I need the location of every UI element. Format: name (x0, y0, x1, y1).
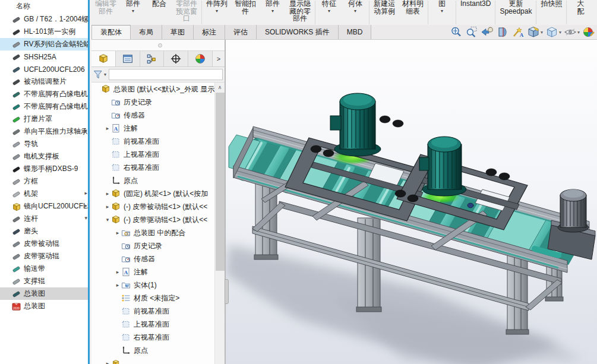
file-list-item[interactable]: SHSH25A (0, 50, 88, 63)
dropdown-caret-icon[interactable]: ▾ (354, 8, 356, 14)
dropdown-caret-icon[interactable]: ▾ (541, 30, 543, 35)
file-list-item[interactable]: UCFL200UCFL206 (0, 63, 88, 75)
toolbar-button-材料明细表[interactable]: 材料明细表 (399, 0, 427, 25)
configurationmanager-tab[interactable] (140, 51, 165, 67)
expand-right-icon[interactable]: ▸ (104, 360, 111, 364)
toolbar-button-部件[interactable]: 部件▾ (120, 0, 146, 25)
expand-right-icon[interactable]: ▸ (114, 282, 121, 288)
expand-right-icon[interactable]: ▸ (84, 202, 87, 208)
displaymanager-tab[interactable] (188, 51, 213, 67)
tree-item[interactable]: ▸ (91, 357, 225, 364)
tab-MBD[interactable]: MBD (339, 25, 372, 39)
toolbar-button-拍快照[interactable]: 拍快照 (537, 0, 566, 25)
dropdown-caret-icon[interactable]: ▾ (577, 30, 580, 35)
tab-草图[interactable]: 草图 (162, 25, 194, 39)
tree-filter-input[interactable] (109, 69, 223, 80)
file-list-item[interactable]: 单向平底推力球轴承5▸ (0, 125, 88, 138)
hide-show-items-button[interactable]: ▾ (563, 25, 580, 39)
expand-right-icon[interactable]: ▸ (104, 204, 111, 210)
expand-right-icon[interactable]: ▸ (104, 125, 111, 131)
viewport-splitter-grip[interactable] (225, 279, 229, 304)
file-list-item[interactable]: 输送带 (0, 262, 88, 275)
expand-right-icon[interactable]: ▸ (114, 230, 121, 236)
dropdown-caret-icon[interactable]: ▾ (559, 30, 561, 35)
filter-caret-icon[interactable]: ▾ (104, 72, 106, 77)
previous-view-button[interactable] (480, 25, 494, 39)
file-list-item[interactable]: 磨头 (0, 225, 88, 238)
scroll-up-icon[interactable]: ∧ (215, 83, 225, 91)
tree-scrollbar[interactable]: ∧ (214, 83, 225, 364)
tree-item-(固定) 机[interactable]: ▸(固定) 机架<1> (默认<按加 (91, 187, 225, 200)
tree-item-前视基准面[interactable]: 前视基准面 (91, 135, 225, 148)
toolbar-button-更新Speedpak[interactable]: 更新Speedpak (496, 0, 535, 25)
expand-down-icon[interactable]: ▾ (84, 215, 87, 221)
tree-item-(-) 皮带[interactable]: ▾(-) 皮带驱动辊<1> (默认<< (91, 213, 225, 226)
tree-item-历史记录[interactable]: 历史记录 (91, 239, 225, 252)
dropdown-caret-icon[interactable]: ▾ (441, 8, 443, 14)
dropdown-caret-icon[interactable]: ▾ (271, 8, 274, 14)
collapse-down-icon[interactable]: ▾ (104, 217, 111, 223)
file-list-item[interactable]: 电机支撑板 (0, 150, 88, 163)
expand-right-icon[interactable]: ▸ (84, 128, 87, 134)
tab-标注[interactable]: 标注 (194, 25, 225, 39)
display-style-button[interactable]: ▾ (545, 25, 562, 39)
tree-item-实体(1)[interactable]: ▸实体(1) (91, 278, 225, 292)
edit-appearance-button[interactable] (582, 25, 596, 39)
toolbar-button-图[interactable]: 图▾ (429, 0, 455, 25)
file-list-item[interactable]: 皮带驱动辊 (0, 250, 88, 262)
dropdown-caret-icon[interactable]: ▾ (216, 8, 218, 14)
toolbar-button-显示隐藏的零部件[interactable]: 显示隐藏的零部件 (286, 0, 314, 25)
file-list-item[interactable]: 连杆▾ (0, 213, 88, 225)
toolbar-button-智能扣件[interactable]: 智能扣件 (231, 0, 260, 25)
file-list-item[interactable]: 打磨片罩 (0, 113, 88, 125)
tree-item-上视基准面[interactable]: 上视基准面 (91, 148, 225, 161)
tree-item-原点[interactable]: 原点 (91, 174, 225, 187)
file-list-item[interactable]: 机架▸ (0, 188, 88, 200)
tree-item-传感器[interactable]: 传感器 (91, 109, 225, 122)
file-list-item[interactable]: 支撑辊 (0, 275, 88, 287)
tab-评估[interactable]: 评估 (225, 25, 257, 39)
expand-right-icon[interactable]: ▸ (84, 190, 87, 196)
graphics-viewport[interactable] (226, 40, 597, 364)
expand-right-icon[interactable]: ▸ (104, 191, 111, 197)
tree-item-上视基准面[interactable]: 上视基准面 (91, 318, 225, 331)
tab-SOLIDWORKS 插件[interactable]: SOLIDWORKS 插件 (257, 25, 339, 39)
file-list-item[interactable]: 总装图 (0, 287, 88, 300)
tree-item-材质 <未指[interactable]: 材质 <未指定> (91, 292, 225, 305)
tree-item-右视基准面[interactable]: 右视基准面 (91, 161, 225, 174)
tree-item-历史记录[interactable]: 历史记录 (91, 96, 225, 109)
file-list-item[interactable]: 方框 (0, 175, 88, 188)
panel-expand-button[interactable]: > (213, 51, 225, 67)
tab-装配体[interactable]: 装配体 (91, 25, 131, 39)
file-list-item[interactable]: 镜向UCFL200UCFL20▸ (0, 200, 88, 213)
tree-item-右视基准面[interactable]: 右视基准面 (91, 331, 225, 344)
zoom-to-fit-button[interactable] (449, 25, 463, 39)
file-list-item[interactable]: 2020总装图 (0, 300, 88, 312)
tree-item-原点[interactable]: 原点 (91, 344, 225, 357)
file-list-item[interactable]: 不带底脚有凸缘电机8 (0, 88, 88, 100)
tab-布局[interactable]: 布局 (131, 25, 162, 39)
featuremanager-tab[interactable] (91, 51, 116, 67)
file-list-item[interactable]: 不带底脚有凸缘电机1 (0, 100, 88, 113)
section-view-button[interactable] (495, 25, 510, 39)
tree-item-(-) 皮带[interactable]: ▸(-) 皮带被动辊<1> (默认<< (91, 200, 225, 213)
toolbar-button-配合[interactable]: 配合 (146, 0, 172, 25)
toolbar-button-件阵列[interactable]: 件阵列▾ (203, 0, 231, 25)
tree-item-总装图 (默[interactable]: 总装图 (默认<<默认>_外观 显示 (91, 83, 225, 96)
file-list-item[interactable]: HL-101第一实例 (0, 26, 88, 38)
file-list-item[interactable]: 蝶形手柄DXBS-9 (0, 163, 88, 175)
file-list-item[interactable]: 皮带被动辊 (0, 238, 88, 250)
tree-item-传感器[interactable]: 传感器 (91, 252, 225, 265)
file-list-item[interactable]: 被动辊调整片 (0, 75, 88, 88)
tree-item-前视基准面[interactable]: 前视基准面 (91, 305, 225, 318)
toolbar-button-新建运动算例[interactable]: 新建运动算例 (370, 0, 399, 25)
propertymanager-tab[interactable] (116, 51, 140, 67)
tree-item-注解[interactable]: ▸A注解 (91, 265, 225, 278)
toolbar-button-何体[interactable]: 何体▾ (342, 0, 368, 25)
expand-right-icon[interactable]: ▸ (114, 269, 121, 275)
dropdown-caret-icon[interactable]: ▾ (132, 8, 134, 14)
dimxpertmanager-tab[interactable] (164, 51, 188, 67)
toolbar-button-特征[interactable]: 特征▾ (316, 0, 342, 25)
file-list-item[interactable]: GB / T62．1-2004螺 (0, 13, 88, 26)
tree-item-总装图 中的[interactable]: ▸总装图 中的配合 (91, 226, 225, 239)
